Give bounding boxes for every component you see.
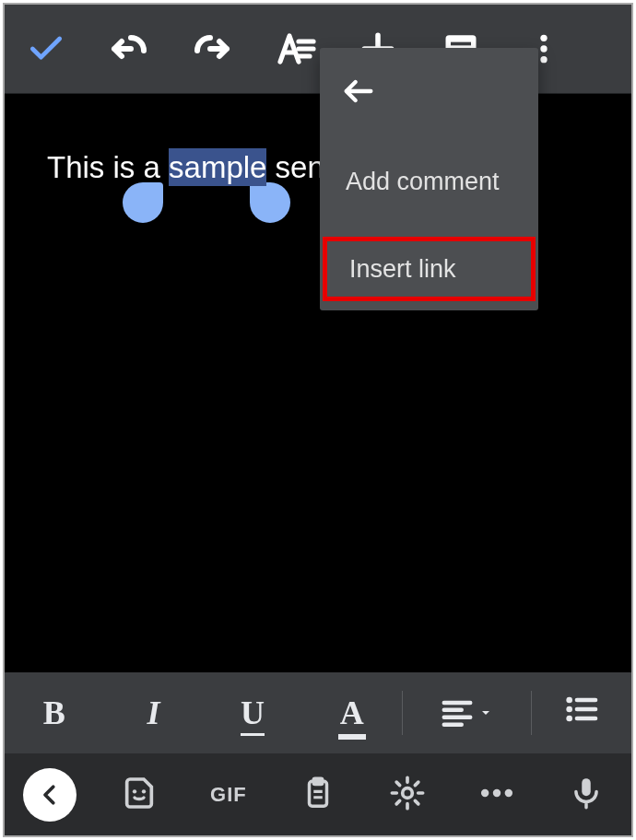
- gif-button[interactable]: GIF: [183, 753, 273, 835]
- sticker-button[interactable]: [94, 753, 183, 835]
- arrow-left-icon: [340, 73, 377, 116]
- check-icon: [26, 29, 66, 69]
- redo-button[interactable]: [171, 5, 253, 93]
- clipboard-button[interactable]: [273, 753, 362, 835]
- svg-point-7: [567, 706, 573, 712]
- underline-button[interactable]: U: [203, 672, 302, 753]
- document-text-line[interactable]: This is a sample sent: [47, 149, 333, 186]
- align-button[interactable]: [403, 672, 532, 753]
- svg-point-13: [403, 788, 413, 798]
- text-format-icon: [273, 27, 317, 71]
- clipboard-icon: [300, 776, 336, 814]
- menu-item-add-comment[interactable]: Add comment: [346, 168, 500, 196]
- svg-point-10: [142, 789, 146, 793]
- svg-rect-17: [583, 778, 592, 796]
- mic-button[interactable]: [542, 753, 631, 835]
- text-color-button[interactable]: A: [302, 672, 402, 753]
- text-selection[interactable]: sample: [169, 148, 266, 186]
- bold-button[interactable]: B: [5, 672, 104, 753]
- svg-point-4: [540, 45, 547, 52]
- svg-point-5: [540, 56, 547, 63]
- bullet-list-icon: [563, 691, 600, 736]
- chevron-left-icon: [23, 768, 77, 822]
- align-left-icon: [440, 695, 493, 730]
- svg-point-8: [567, 715, 573, 721]
- sticker-icon: [121, 775, 158, 815]
- menu-item-insert-link[interactable]: Insert link: [323, 237, 536, 301]
- bullet-list-button[interactable]: [532, 672, 631, 753]
- svg-rect-1: [451, 42, 471, 46]
- keyboard-settings-button[interactable]: [363, 753, 453, 835]
- gear-icon: [389, 775, 426, 815]
- mic-icon: [569, 776, 604, 814]
- keyboard-more-button[interactable]: [453, 753, 542, 835]
- dropdown-back-button[interactable]: [338, 74, 379, 114]
- undo-button[interactable]: [88, 5, 171, 93]
- format-toolbar: B I U A: [5, 672, 631, 753]
- keyboard-collapse-button[interactable]: [5, 753, 94, 835]
- svg-point-9: [133, 789, 136, 793]
- italic-button[interactable]: I: [104, 672, 204, 753]
- text-before-selection: This is a: [47, 150, 169, 184]
- app-frame: This is a sample sent Add comment Insert…: [3, 3, 633, 837]
- more-horiz-icon: [477, 773, 517, 817]
- redo-icon: [190, 27, 234, 71]
- selection-handle-start[interactable]: [123, 182, 163, 223]
- selection-handle-end[interactable]: [250, 182, 290, 223]
- overflow-dropdown: Add comment Insert link: [320, 48, 538, 310]
- svg-point-3: [540, 35, 547, 41]
- undo-icon: [107, 27, 151, 71]
- confirm-button[interactable]: [5, 5, 88, 93]
- svg-point-14: [481, 788, 489, 796]
- dropdown-caret-icon: [478, 706, 493, 720]
- svg-point-6: [567, 696, 573, 703]
- svg-point-15: [493, 788, 501, 796]
- keyboard-toolbar: GIF: [5, 753, 631, 835]
- svg-point-16: [505, 788, 512, 796]
